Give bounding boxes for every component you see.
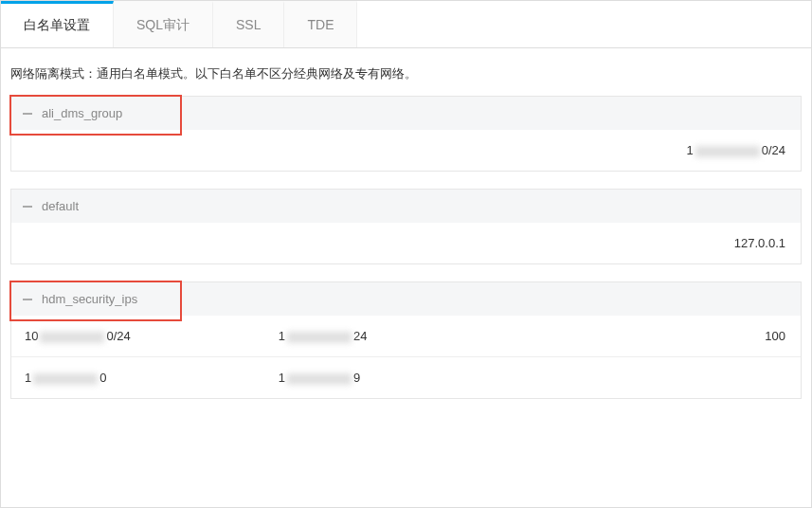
tab-whitelist[interactable]: 白名单设置: [1, 1, 114, 47]
ip-value: 124: [279, 329, 532, 343]
collapse-icon[interactable]: [23, 206, 32, 208]
collapse-icon[interactable]: [23, 299, 32, 300]
group-header[interactable]: ali_dms_group: [11, 97, 801, 130]
redacted-segment: [695, 146, 760, 157]
group-body: 10/24: [11, 130, 801, 171]
group-header[interactable]: hdm_security_ips: [11, 282, 801, 316]
ip-row: 127.0.0.1: [11, 223, 801, 263]
ip-row: 100/24124100: [11, 316, 801, 356]
tab-sql-audit[interactable]: SQL审计: [114, 1, 213, 47]
group-header[interactable]: default: [11, 190, 801, 223]
redacted-segment: [33, 373, 98, 385]
whitelist-group: hdm_security_ips100/241241001019: [10, 281, 802, 399]
tab-bar: 白名单设置 SQL审计 SSL TDE: [1, 1, 811, 48]
ip-value: [532, 371, 787, 385]
whitelist-group: default127.0.0.1: [10, 189, 802, 264]
ip-value: 100/24: [25, 329, 279, 343]
ip-row: 1019: [11, 356, 801, 398]
group-body: 127.0.0.1: [11, 223, 801, 263]
ip-value: 100: [532, 329, 787, 343]
tab-ssl[interactable]: SSL: [213, 1, 284, 47]
group-name: hdm_security_ips: [42, 292, 137, 306]
ip-value: 19: [279, 371, 532, 385]
group-name: default: [42, 199, 79, 213]
ip-value: 10: [25, 371, 279, 385]
network-mode-description: 网络隔离模式：通用白名单模式。以下白名单不区分经典网络及专有网络。: [1, 48, 811, 96]
redacted-segment: [40, 332, 104, 343]
redacted-segment: [287, 332, 352, 343]
ip-value: 127.0.0.1: [25, 236, 787, 250]
whitelist-group: ali_dms_group10/24: [10, 96, 802, 172]
group-body: 100/241241001019: [11, 316, 801, 398]
ip-value: 10/24: [25, 143, 787, 157]
group-name: ali_dms_group: [42, 106, 122, 120]
tab-tde[interactable]: TDE: [284, 1, 357, 47]
collapse-icon[interactable]: [23, 113, 32, 115]
ip-row: 10/24: [11, 130, 801, 171]
redacted-segment: [287, 373, 352, 385]
